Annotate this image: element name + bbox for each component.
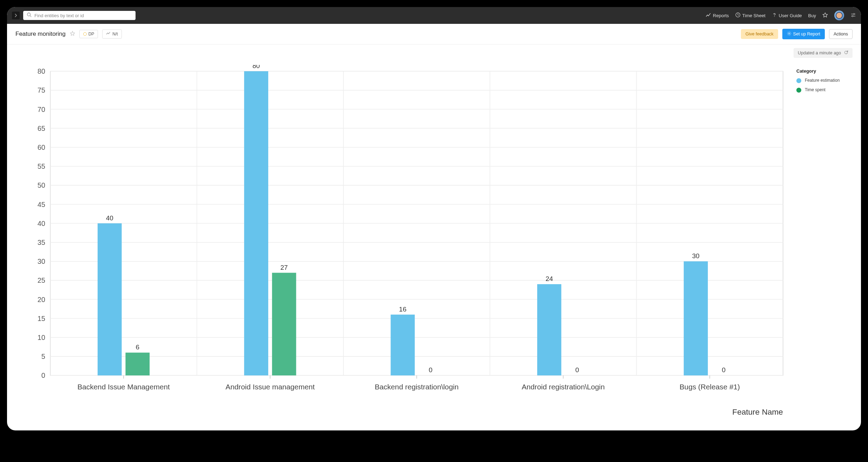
effort-icon [106,31,111,37]
svg-text:30: 30 [38,257,45,265]
legend-title: Category [796,68,853,74]
nav-buy-label: Buy [808,13,816,18]
nav-timesheet-label: Time Sheet [742,13,765,18]
svg-rect-49 [98,223,122,376]
svg-text:20: 20 [38,296,45,303]
svg-point-3 [774,16,775,17]
svg-rect-66 [537,284,561,375]
user-avatar[interactable] [834,11,844,20]
svg-text:30: 30 [692,252,699,260]
svg-rect-57 [272,273,296,376]
svg-text:Bugs (Release #1): Bugs (Release #1) [679,383,740,391]
svg-point-5 [853,13,855,15]
setup-report-button[interactable]: Set up Report [782,29,825,39]
svg-text:15: 15 [38,315,45,322]
svg-text:80: 80 [252,65,260,69]
svg-text:45: 45 [38,201,45,208]
svg-text:27: 27 [281,264,288,271]
svg-rect-71 [684,261,708,375]
legend-label: Feature estimation [805,78,840,83]
legend-dot-icon [796,88,801,93]
svg-text:40: 40 [38,220,45,227]
svg-text:25: 25 [38,276,45,284]
nav-userguide-label: User Guide [779,13,802,18]
svg-text:60: 60 [38,143,45,151]
refresh-status[interactable]: Updated a minute ago [794,48,853,58]
nav-buy[interactable]: Buy [808,13,816,18]
page-title: Feature monitoring [15,31,66,38]
svg-text:6: 6 [136,343,139,351]
svg-rect-51 [125,353,150,375]
svg-text:Backend registration\login: Backend registration\login [375,383,459,391]
svg-text:80: 80 [38,67,45,75]
tag-nt[interactable]: N/t [102,29,121,39]
gear-icon [787,31,791,37]
chart-container: 05101520253035404550556065707580406Backe… [15,65,789,420]
svg-text:10: 10 [38,334,45,341]
give-feedback-label: Give feedback [745,32,774,36]
svg-text:65: 65 [38,125,45,132]
clock-icon [735,12,741,19]
legend-item-time-spent[interactable]: Time spent [796,87,853,93]
svg-line-1 [30,16,32,17]
svg-text:70: 70 [38,106,45,113]
svg-text:5: 5 [41,353,45,360]
question-icon [772,12,777,19]
svg-text:Feature Name: Feature Name [732,408,783,416]
nav-reports[interactable]: Reports [706,12,729,19]
svg-text:Android Issue management: Android Issue management [225,383,315,391]
svg-rect-55 [244,71,268,375]
svg-text:40: 40 [106,214,113,222]
bar-chart: 05101520253035404550556065707580406Backe… [15,65,789,420]
refresh-icon [844,50,848,56]
tag-dp-label: DP [88,32,94,36]
legend-dot-icon [796,78,801,83]
status-text: Updated a minute ago [798,51,841,55]
nav-timesheet[interactable]: Time Sheet [735,12,765,19]
svg-text:50: 50 [38,181,45,189]
svg-text:Backend Issue Management: Backend Issue Management [77,383,170,391]
svg-point-0 [27,13,31,16]
svg-text:35: 35 [38,239,45,246]
svg-text:0: 0 [429,366,433,374]
nav-reports-label: Reports [713,13,729,18]
favorite-star-button[interactable] [70,31,75,38]
chart-line-icon [706,12,711,19]
legend-item-feature-estimation[interactable]: Feature estimation [796,78,853,83]
search-field[interactable] [23,11,136,20]
svg-point-8 [106,34,107,34]
dot-icon [83,32,87,36]
setup-report-label: Set up Report [793,32,820,36]
tag-nt-label: N/t [112,32,118,36]
search-input[interactable] [34,13,132,18]
star-icon[interactable] [822,12,828,19]
svg-text:16: 16 [399,306,406,313]
legend-label: Time spent [805,87,826,92]
expand-sidebar-button[interactable] [12,12,20,19]
svg-text:55: 55 [38,162,45,170]
chart-legend: Category Feature estimation Time spent [796,65,853,420]
svg-rect-61 [391,315,415,375]
svg-text:75: 75 [38,86,45,94]
svg-text:24: 24 [546,275,553,282]
tag-dp[interactable]: DP [79,30,98,38]
nav-userguide[interactable]: User Guide [772,12,802,19]
give-feedback-button[interactable]: Give feedback [741,29,778,39]
top-navbar: Reports Time Sheet User Guide Buy [7,7,861,24]
page-header: Feature monitoring DP N/t Give feedback … [7,24,861,45]
svg-text:Android registration\Login: Android registration\Login [522,383,605,391]
svg-point-9 [789,33,790,34]
search-icon [27,12,32,19]
svg-text:0: 0 [41,371,45,379]
actions-button[interactable]: Actions [829,29,853,39]
svg-text:0: 0 [575,366,579,374]
svg-text:0: 0 [722,366,726,374]
settings-icon[interactable] [850,12,856,19]
svg-point-7 [852,15,853,17]
actions-label: Actions [834,32,848,36]
